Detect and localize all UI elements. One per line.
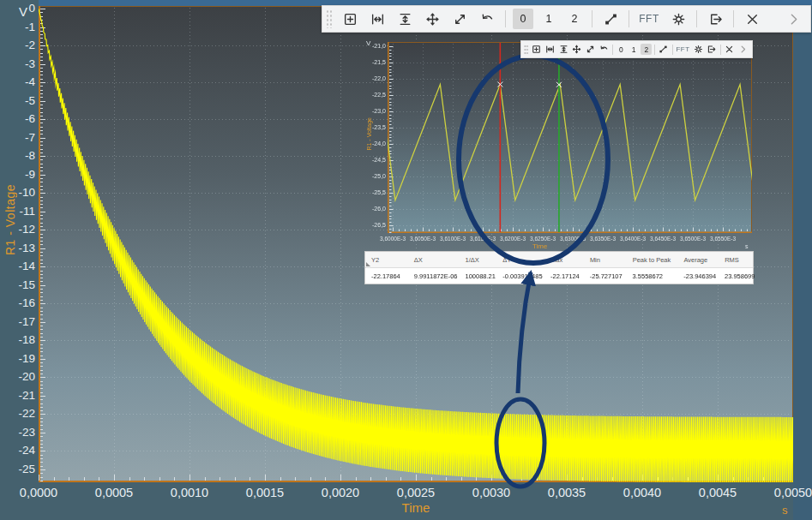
main-toolbar-btn-2[interactable]: 2: [564, 9, 585, 29]
main-x-tick-label: 0,0050: [763, 486, 812, 499]
measurement-header-0[interactable]: Y2: [365, 256, 408, 264]
main-y-tick-label: -5: [0, 94, 35, 107]
main-y-tick-label: -9: [0, 168, 35, 181]
cursor-line-icon: [659, 45, 668, 54]
inset-y-tick-label: -21,0: [364, 43, 386, 49]
fft-button[interactable]: FFT: [636, 8, 662, 30]
measurement-value-2: 100088.21: [459, 272, 496, 280]
main-x-tick-label: 0,0025: [386, 486, 446, 499]
inset-fit-horizontal-button[interactable]: [544, 43, 556, 56]
measurement-value-0: -22.17864: [365, 272, 408, 280]
main-y-tick-label: -19: [0, 352, 35, 365]
measurement-header-3[interactable]: ΔY: [496, 256, 544, 264]
resize-grip-icon[interactable]: [366, 262, 370, 266]
inset-y-tick-label: -24,5: [364, 157, 386, 163]
measurement-value-6: 3.5558672: [627, 272, 678, 280]
fit-vertical-icon: [559, 45, 568, 54]
inset-x-unit-label: s: [745, 243, 749, 249]
cursor-tool-button[interactable]: [599, 8, 622, 30]
inset-plot-area[interactable]: [388, 42, 752, 233]
measurement-header-7[interactable]: Average: [677, 256, 719, 264]
inset-cursor-tool-button[interactable]: [658, 43, 670, 56]
main-y-tick-label: -17: [0, 315, 35, 328]
inset-export-button[interactable]: [706, 43, 718, 56]
measurement-value-4: -22.17124: [544, 272, 584, 280]
main-x-tick-label: 0,0030: [461, 486, 521, 499]
measurement-value-8: 23.958699: [719, 272, 753, 280]
toolbar-separator: [696, 10, 697, 27]
inset-x-axis-title: Time: [532, 242, 547, 250]
pan-icon: [572, 45, 581, 54]
main-y-tick-label: -16: [0, 296, 35, 309]
inset-settings-button[interactable]: [692, 43, 704, 56]
diagonal-resize-icon: [586, 45, 595, 54]
main-x-tick-label: 0,0035: [537, 486, 597, 499]
main-x-tick-label: 0,0015: [235, 486, 295, 499]
toolbar-drag-handle-icon[interactable]: [326, 9, 333, 28]
inset-fft-button[interactable]: FFT: [676, 43, 691, 56]
inset-toolbar-btn-0[interactable]: 0: [616, 44, 627, 55]
measurement-header-6[interactable]: Peak to Peak: [627, 256, 678, 264]
fit-vertical-icon: [398, 12, 412, 27]
inset-x-tick-label: 3,6550E-3: [705, 236, 741, 242]
main-y-tick-label: -2: [0, 39, 35, 51]
measurement-header-2[interactable]: 1/ΔX: [460, 256, 497, 264]
toolbar-drag-handle-icon[interactable]: [524, 45, 528, 55]
toolbar-separator: [612, 45, 613, 55]
toolbar-separator: [672, 45, 673, 55]
inset-toolbar-overflow-chevron[interactable]: [737, 43, 749, 56]
fit-horizontal-button[interactable]: [366, 8, 388, 30]
inset-y-tick-label: -22,0: [364, 75, 386, 81]
main-y-tick-label: -15: [0, 278, 35, 291]
zoom-full-button[interactable]: [448, 8, 471, 30]
main-y-tick-label: -18: [0, 333, 35, 346]
inset-zoom-full-button[interactable]: [585, 43, 597, 56]
export-button[interactable]: [704, 8, 726, 30]
inset-y-tick-label: -25,0: [364, 173, 386, 179]
cursor-measurement-table[interactable]: Y2ΔX1/ΔXΔYMaxMinPeak to PeakAverageRMS -…: [364, 251, 754, 284]
inset-fit-vertical-button[interactable]: [557, 43, 569, 56]
measurement-header-1[interactable]: ΔX: [408, 256, 460, 264]
main-toolbar-btn-0[interactable]: 0: [513, 9, 533, 29]
measurement-header-4[interactable]: Max: [544, 256, 584, 264]
main-y-tick-label: -12: [0, 223, 35, 236]
main-y-tick-label: -8: [0, 149, 35, 162]
fit-vertical-button[interactable]: [394, 8, 416, 30]
inset-plot-toolbar: 0 1 2 FFT: [520, 40, 753, 58]
main-toolbar-btn-1[interactable]: 1: [538, 9, 559, 29]
fit-horizontal-icon: [545, 45, 555, 54]
inset-zoom-area-button[interactable]: [531, 43, 543, 56]
main-x-tick-label: 0,0020: [310, 486, 370, 499]
pan-button[interactable]: [421, 8, 443, 30]
measurement-header-8[interactable]: RMS: [719, 256, 753, 264]
main-y-tick-label: -1: [0, 21, 35, 33]
main-y-tick-label: -6: [0, 112, 35, 125]
settings-button[interactable]: [667, 8, 689, 30]
measurement-header-5[interactable]: Min: [584, 256, 627, 264]
zoom-area-icon: [343, 12, 358, 27]
inset-pan-button[interactable]: [571, 43, 583, 56]
close-button[interactable]: [741, 8, 763, 30]
main-y-tick-label: -21: [0, 389, 35, 402]
main-x-tick-label: 0,0005: [84, 486, 144, 499]
inset-y-tick-label: -25,5: [364, 189, 386, 195]
undo-zoom-button[interactable]: [476, 8, 498, 30]
measurement-value-3: -0.003918485: [496, 272, 544, 280]
diagonal-resize-icon: [453, 12, 467, 27]
main-plot-toolbar: 0 1 2 FFT: [322, 5, 811, 33]
zoom-area-button[interactable]: [339, 8, 361, 30]
main-y-tick-label: -10: [0, 186, 35, 199]
cursor-line-icon: [604, 12, 618, 27]
inset-toolbar-btn-2[interactable]: 2: [641, 44, 652, 55]
inset-close-button[interactable]: [724, 43, 736, 56]
zoom-inset-window[interactable]: V R1 - Voltage Time s 0 1 2 FFT: [364, 39, 754, 284]
inset-undo-zoom-button[interactable]: [598, 43, 610, 56]
main-y-tick-label: -4: [0, 75, 35, 88]
toolbar-separator: [720, 45, 721, 55]
inset-toolbar-btn-1[interactable]: 1: [629, 44, 640, 55]
measurement-table-header: Y2ΔX1/ΔXΔYMaxMinPeak to PeakAverageRMS: [365, 252, 753, 268]
inset-y-tick-label: -23,5: [364, 124, 386, 130]
undo-icon: [599, 45, 609, 54]
main-y-tick-label: -25: [0, 463, 35, 475]
toolbar-overflow-chevron[interactable]: [782, 8, 804, 30]
